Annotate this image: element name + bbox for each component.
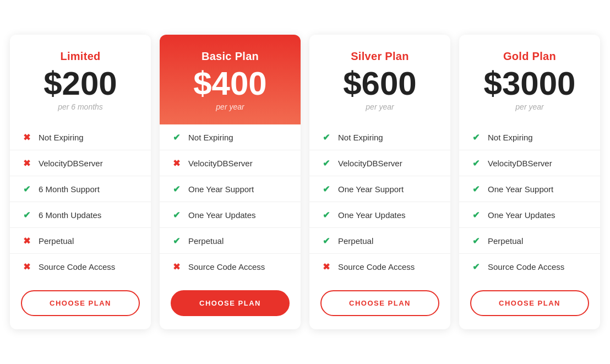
feature-row-gold-1: ✔VelocityDBServer: [459, 150, 600, 176]
feature-label-silver-5: Source Code Access: [338, 262, 415, 271]
check-icon: ✔: [171, 132, 182, 143]
feature-label-limited-1: VelocityDBServer: [39, 159, 103, 168]
plan-card-silver: Silver Plan$600per year✔Not Expiring✔Vel…: [309, 35, 450, 329]
feature-label-silver-4: Perpetual: [338, 236, 373, 246]
feature-label-silver-0: Not Expiring: [338, 133, 383, 142]
check-icon: ✔: [320, 183, 331, 194]
feature-row-basic-5: ✖Source Code Access: [160, 254, 301, 279]
feature-row-gold-4: ✔Perpetual: [459, 228, 600, 254]
feature-label-limited-5: Source Code Access: [39, 262, 115, 271]
check-icon: ✔: [470, 261, 481, 272]
feature-row-basic-0: ✔Not Expiring: [160, 124, 301, 150]
choose-plan-button-basic[interactable]: CHOOSE PLAN: [171, 290, 290, 316]
feature-row-limited-2: ✔6 Month Support: [10, 176, 151, 202]
feature-label-basic-5: Source Code Access: [188, 262, 265, 271]
feature-label-basic-1: VelocityDBServer: [188, 159, 253, 168]
feature-row-silver-3: ✔One Year Updates: [309, 202, 450, 228]
check-icon: ✔: [320, 157, 331, 169]
cross-icon: ✖: [21, 261, 32, 272]
check-icon: ✔: [470, 132, 481, 143]
cross-icon: ✖: [21, 235, 32, 246]
pricing-container: Limited$200per 6 months✖Not Expiring✖Vel…: [0, 24, 610, 340]
check-icon: ✔: [171, 235, 182, 246]
plan-price-silver: $600: [320, 67, 439, 100]
cross-icon: ✖: [171, 157, 182, 169]
feature-row-silver-2: ✔One Year Support: [309, 176, 450, 202]
plan-price-gold: $3000: [470, 67, 589, 100]
check-icon: ✔: [21, 183, 32, 194]
plan-footer-silver: CHOOSE PLAN: [309, 279, 450, 329]
feature-label-limited-3: 6 Month Updates: [39, 210, 101, 220]
plan-header-silver: Silver Plan$600per year: [309, 35, 450, 124]
feature-label-limited-0: Not Expiring: [39, 133, 84, 142]
plan-period-silver: per year: [320, 102, 439, 111]
plan-footer-limited: CHOOSE PLAN: [10, 279, 151, 329]
plan-name-limited: Limited: [21, 50, 140, 63]
plan-features-gold: ✔Not Expiring✔VelocityDBServer✔One Year …: [459, 124, 600, 279]
check-icon: ✔: [470, 157, 481, 169]
cross-icon: ✖: [21, 157, 32, 169]
plan-card-limited: Limited$200per 6 months✖Not Expiring✖Vel…: [10, 35, 151, 329]
feature-row-limited-4: ✖Perpetual: [10, 228, 151, 254]
plan-header-basic: Basic Plan$400per year: [160, 35, 301, 124]
feature-row-gold-0: ✔Not Expiring: [459, 124, 600, 150]
plan-price-limited: $200: [21, 67, 140, 100]
feature-label-limited-2: 6 Month Support: [39, 184, 100, 194]
plan-footer-gold: CHOOSE PLAN: [459, 279, 600, 329]
feature-label-gold-3: One Year Updates: [488, 210, 555, 220]
cross-icon: ✖: [21, 132, 32, 143]
feature-row-limited-0: ✖Not Expiring: [10, 124, 151, 150]
feature-label-gold-0: Not Expiring: [488, 133, 533, 142]
plan-features-basic: ✔Not Expiring✖VelocityDBServer✔One Year …: [160, 124, 301, 279]
feature-row-silver-0: ✔Not Expiring: [309, 124, 450, 150]
feature-row-basic-1: ✖VelocityDBServer: [160, 150, 301, 176]
feature-row-basic-2: ✔One Year Support: [160, 176, 301, 202]
feature-row-limited-1: ✖VelocityDBServer: [10, 150, 151, 176]
feature-label-gold-5: Source Code Access: [488, 262, 564, 271]
choose-plan-button-gold[interactable]: CHOOSE PLAN: [470, 290, 589, 316]
feature-label-gold-1: VelocityDBServer: [488, 159, 552, 168]
feature-label-basic-4: Perpetual: [188, 236, 224, 246]
check-icon: ✔: [320, 132, 331, 143]
feature-label-basic-0: Not Expiring: [188, 133, 233, 142]
check-icon: ✔: [171, 209, 182, 220]
feature-label-basic-3: One Year Updates: [188, 210, 256, 220]
feature-row-gold-3: ✔One Year Updates: [459, 202, 600, 228]
feature-row-gold-2: ✔One Year Support: [459, 176, 600, 202]
plan-card-basic: Basic Plan$400per year✔Not Expiring✖Velo…: [160, 35, 301, 329]
plan-features-limited: ✖Not Expiring✖VelocityDBServer✔6 Month S…: [10, 124, 151, 279]
check-icon: ✔: [470, 209, 481, 220]
plan-header-gold: Gold Plan$3000per year: [459, 35, 600, 124]
cross-icon: ✖: [171, 261, 182, 272]
check-icon: ✔: [470, 235, 481, 246]
feature-label-limited-4: Perpetual: [39, 236, 74, 246]
feature-label-silver-2: One Year Support: [338, 184, 404, 194]
plan-name-silver: Silver Plan: [320, 50, 439, 63]
feature-row-basic-3: ✔One Year Updates: [160, 202, 301, 228]
cross-icon: ✖: [320, 261, 331, 272]
feature-row-limited-5: ✖Source Code Access: [10, 254, 151, 279]
feature-row-silver-1: ✔VelocityDBServer: [309, 150, 450, 176]
plan-header-limited: Limited$200per 6 months: [10, 35, 151, 124]
plan-features-silver: ✔Not Expiring✔VelocityDBServer✔One Year …: [309, 124, 450, 279]
feature-label-gold-4: Perpetual: [488, 236, 523, 246]
feature-row-basic-4: ✔Perpetual: [160, 228, 301, 254]
feature-row-silver-4: ✔Perpetual: [309, 228, 450, 254]
check-icon: ✔: [171, 183, 182, 194]
feature-label-silver-1: VelocityDBServer: [338, 159, 402, 168]
feature-label-silver-3: One Year Updates: [338, 210, 406, 220]
plan-price-basic: $400: [171, 67, 290, 100]
check-icon: ✔: [21, 209, 32, 220]
feature-row-gold-5: ✔Source Code Access: [459, 254, 600, 279]
check-icon: ✔: [470, 183, 481, 194]
choose-plan-button-silver[interactable]: CHOOSE PLAN: [320, 290, 439, 316]
feature-row-silver-5: ✖Source Code Access: [309, 254, 450, 279]
plan-period-basic: per year: [171, 102, 290, 111]
feature-row-limited-3: ✔6 Month Updates: [10, 202, 151, 228]
plan-name-basic: Basic Plan: [171, 50, 290, 63]
feature-label-gold-2: One Year Support: [488, 184, 553, 194]
choose-plan-button-limited[interactable]: CHOOSE PLAN: [21, 290, 140, 316]
plan-period-gold: per year: [470, 102, 589, 111]
check-icon: ✔: [320, 235, 331, 246]
plan-footer-basic: CHOOSE PLAN: [160, 279, 301, 329]
